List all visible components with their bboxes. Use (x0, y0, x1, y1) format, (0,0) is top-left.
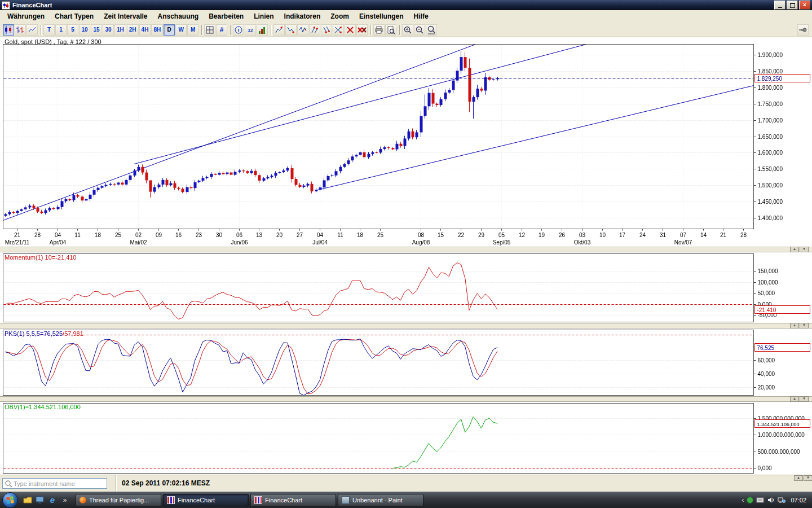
interval-2h-button[interactable]: 2H (127, 24, 139, 36)
interval-w-button[interactable]: W (175, 24, 187, 36)
chart-line-button[interactable] (27, 24, 38, 36)
menu-hilfe[interactable]: Hilfe (409, 11, 434, 22)
system-tray: ‹ 07:02 (742, 496, 812, 504)
collapse-down-icon[interactable]: ▼ (800, 247, 809, 252)
hash-icon: # (220, 26, 224, 34)
maximize-button[interactable] (787, 1, 798, 10)
menu-linien[interactable]: Linien (249, 11, 279, 22)
zigzag-down-icon (286, 25, 295, 34)
zoom-out-button[interactable] (414, 24, 425, 36)
taskbar-button-4[interactable]: Unbenannt - Paint (338, 494, 423, 506)
search-icon (5, 480, 12, 488)
zoom-in-button[interactable] (402, 24, 413, 36)
obv-chart-canvas[interactable] (0, 402, 812, 475)
interval-1-button[interactable]: 1 (55, 24, 67, 36)
delete-line-button[interactable] (345, 24, 356, 36)
task-buttons: Thread für Papiertig...FinanceChartFinan… (76, 494, 423, 506)
network-icon[interactable] (778, 497, 785, 503)
interval-d-button[interactable]: D (164, 24, 175, 36)
zigzag-tool-4-button[interactable] (309, 24, 320, 36)
candlestick-chart-icon (4, 25, 13, 34)
momentum-chart-canvas[interactable] (0, 252, 812, 323)
hash-button[interactable]: # (216, 24, 227, 36)
panel-splitter-3[interactable]: ▲ ▼ (0, 396, 812, 402)
menu-einstellungen[interactable]: Einstellungen (354, 11, 409, 22)
zigzag-tool-3-button[interactable] (297, 24, 308, 36)
quicklaunch-desktop-button[interactable] (34, 494, 46, 506)
interval-8h-button[interactable]: 8H (151, 24, 163, 36)
menu-bearbeiten[interactable]: Bearbeiten (204, 11, 249, 22)
tray-keyboard-icon[interactable] (756, 497, 764, 503)
collapse-down-icon[interactable]: ▼ (800, 396, 809, 402)
price-chart-canvas[interactable] (0, 37, 812, 247)
print-button[interactable] (373, 24, 385, 36)
panel-splitter-1[interactable]: ▲ ▼ (0, 247, 812, 252)
interval-5-button[interactable]: 5 (67, 24, 78, 36)
crosshair-grid-button[interactable] (204, 24, 215, 36)
title-bar[interactable]: FinanceChart × (0, 0, 812, 10)
chart-ohlc-button[interactable] (15, 24, 26, 36)
interval-15-button[interactable]: 15 (91, 24, 102, 36)
double-arrow-down-icon (322, 25, 331, 34)
chart-candlestick-button[interactable] (3, 24, 14, 36)
taskbar-button-icon (80, 497, 86, 503)
print-preview-button[interactable] (385, 24, 396, 36)
status-bar: 02 Sep 2011 07:02:16 MESZ (0, 475, 812, 492)
tray-status-icon[interactable] (747, 497, 753, 503)
volume-icon[interactable] (767, 497, 775, 503)
taskbar-clock[interactable]: 07:02 (791, 497, 806, 503)
taskbar: e » Thread für Papiertig...FinanceChartF… (0, 492, 812, 508)
toolbar-separator (230, 25, 231, 35)
instrument-search[interactable] (2, 478, 107, 489)
close-button[interactable]: × (799, 1, 810, 10)
taskbar-button-2[interactable]: FinanceChart (163, 494, 249, 506)
menu-zeit-intervalle[interactable]: Zeit Intervalle (99, 11, 152, 22)
start-button[interactable] (2, 492, 18, 508)
collapse-up-icon[interactable]: ▲ (790, 396, 799, 402)
ohlc-chart-icon (16, 25, 25, 34)
quicklaunch-folder-button[interactable] (22, 494, 33, 506)
zigzag-tool-1-button[interactable] (273, 24, 285, 36)
minimize-button[interactable] (774, 1, 785, 10)
interval-1h-button[interactable]: 1H (114, 24, 126, 36)
menu-anschauung[interactable]: Anschauung (153, 11, 204, 22)
stochastic-chart-canvas[interactable] (0, 329, 812, 396)
menu-indikatoren[interactable]: Indikatoren (279, 11, 326, 22)
search-input[interactable] (12, 480, 104, 488)
delete-all-lines-button[interactable] (356, 24, 368, 36)
collapse-up-icon[interactable]: ▲ (794, 475, 803, 481)
taskbar-button-3[interactable]: FinanceChart (250, 494, 336, 506)
taskbar-button-1[interactable]: Thread für Papiertig... (76, 494, 161, 506)
interval-4h-button[interactable]: 4H (139, 24, 151, 36)
tray-chevron-icon[interactable]: ‹ (742, 496, 744, 504)
zigzag-tool-5-button[interactable] (321, 24, 332, 36)
print-preview-icon (386, 25, 395, 34)
status-timestamp: 02 Sep 2011 07:02:16 MESZ (122, 479, 210, 487)
interval-m-button[interactable]: M (187, 24, 198, 36)
interval-10-button[interactable]: 10 (79, 24, 90, 36)
interval-t-button[interactable]: T (43, 24, 55, 36)
collapse-down-icon[interactable]: ▼ (800, 323, 809, 329)
quicklaunch-overflow-button[interactable]: » (59, 494, 70, 506)
quicklaunch-browser-button[interactable]: e (47, 494, 58, 506)
menu-zoom[interactable]: Zoom (325, 11, 354, 22)
zigzag-up-icon (275, 25, 284, 34)
panel-splitter-4[interactable]: ▲ ▼ (794, 475, 812, 481)
double-red-cross-icon (357, 25, 367, 34)
menu-währungen[interactable]: Währungen (2, 11, 50, 22)
menu-chart-typen[interactable]: Chart Typen (50, 11, 99, 22)
zigzag-tool-2-button[interactable] (285, 24, 297, 36)
interval-group: T151015301H2H4H8HDWM (43, 24, 199, 36)
collapse-down-icon[interactable]: ▼ (804, 475, 812, 481)
pin-button[interactable] (797, 24, 809, 36)
data-labels-button[interactable]: 12 (245, 24, 256, 36)
zigzag-tool-6-button[interactable] (333, 24, 344, 36)
collapse-up-icon[interactable]: ▲ (790, 247, 799, 252)
zoom-reset-button[interactable] (426, 24, 437, 36)
collapse-up-icon[interactable]: ▲ (790, 323, 799, 329)
volume-button[interactable] (257, 24, 268, 36)
folder-icon (23, 496, 32, 504)
interval-30-button[interactable]: 30 (103, 24, 114, 36)
panel-splitter-2[interactable]: ▲ ▼ (0, 323, 812, 329)
info-button[interactable]: i (233, 24, 244, 36)
